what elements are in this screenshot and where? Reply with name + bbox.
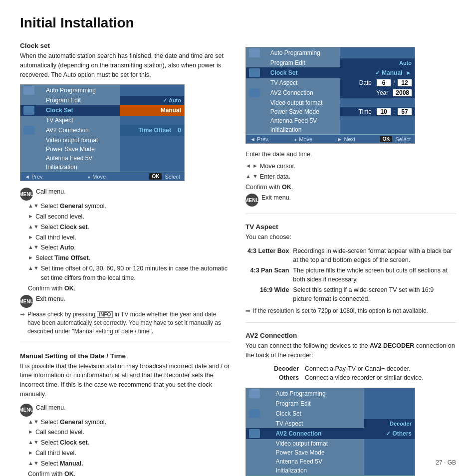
av2-label-others: Others [271,374,301,382]
menu-label-powersave: Power Save Mode [46,146,95,153]
menu-button[interactable]: MENU [20,188,33,201]
av2-menu-row-tvaspect: TV Aspect Decoder [246,419,415,428]
av2-icon-av2 [249,429,260,438]
r-footer-move: ⬧ Move [294,136,312,142]
manual-step-menu-text: Call menu. [36,403,66,413]
av2-menu-label-videoout: Video output format [276,440,328,447]
r-menu-label-clockset: Clock Set [270,69,298,76]
step-exit-text: Exit menu. [36,294,65,304]
menu-row-powersave: Power Save Mode [20,145,184,154]
datetime-menu-box: Auto Programming Program Edit Auto Clock… [245,47,415,144]
av2-menu-row-autoprog: Auto Programming [246,388,415,399]
time-label: Time [359,108,375,115]
arrow-ud3-icon: ▲▼ [28,243,39,251]
menu-footer: ◄ Prev. ⬧ Move OK Select [20,172,184,181]
r-year-cell: Year 2008 [340,87,415,98]
date-label: Date [359,79,375,86]
manual-setting-body: It is possible that the television stati… [20,362,231,399]
menu-label-av2: AV2 Connection [46,127,89,134]
r-menu-row-powersave: Power Save Mode Time 10 : 57 [246,107,415,116]
r-exit-text: Exit menu. [261,193,291,203]
clock-set-body: When the automatic station search has fi… [20,51,231,79]
manual-step-menu: MENU Call menu. [20,403,231,417]
step-confirm-ok: Confirm with OK. [20,285,231,292]
year-label: Year [376,89,392,96]
manual-arrow-ud: ▲▼ [28,418,39,426]
menu-icon-autoprog [23,86,34,95]
av2-menu-label-autoprog: Auto Programming [276,390,326,397]
step-call-third-text: Call third level. [35,233,76,242]
av2-label-decoder: Decoder [271,365,301,373]
manual-step-third-text: Call third level. [35,449,76,458]
aspect-desc-wide: Select this setting if a wide-screen TV … [291,285,456,304]
menu-row-clockset: Clock Set Manual [20,105,184,116]
tv-aspect-table: 4:3 Letter Box Recordings in wide-screen… [245,246,456,304]
av2-menu-box: Auto Programming Program Edit Clock Set … [245,388,415,476]
r-confirm-line: Confirm with OK. [245,184,456,191]
aspect-desc-letterbox: Recordings in wide-screen format appear … [291,246,456,265]
manual-arrow-ud2: ▲▼ [28,438,39,447]
r-menu-icon-av2 [249,88,260,97]
r-time-cell: Time 10 : 57 [340,107,415,116]
r-menu-button[interactable]: MENU [245,194,258,207]
note-arrow-icon: ➡ [20,310,25,319]
manual-setting-instructions: MENU Call menu. ▲▼ Select General symbol… [20,403,231,476]
step-select-clockset-text: Select Clock set. [41,223,89,232]
menu-button-exit[interactable]: MENU [20,295,33,308]
av2-desc-others: Connect a video recorder or similar devi… [302,374,426,382]
ud-arrow-icon: ▲ ▼ [245,172,258,181]
av2-menu-row-av2: AV2 Connection ✓ Others [246,428,415,439]
av2-menu-label-clockset: Clock Set [276,410,301,417]
manual-step-second: ► Call second level. [20,428,231,437]
aspect-row-wide: 16:9 Wide Select this setting if a wide-… [245,285,456,304]
aspect-label-panscan: 4:3 Pan Scan [245,265,291,285]
av2-row-decoder: Decoder Connect a Pay-TV or Canal+ decod… [271,365,426,373]
av2-menu-label-powersave: Power Save Mode [276,449,325,456]
r-menu-row-init: Initialization [246,125,415,134]
menu-val-auto: ✓ Auto [120,96,184,105]
menu-icon-av2 [23,126,34,135]
aspect-row-panscan: 4:3 Pan Scan The picture fills the whole… [245,265,456,285]
manual-step-second-text: Call second level. [35,428,84,437]
menu-label-clockset: Clock Set [46,107,73,114]
step-select-offset-text: Select Time Offset. [35,253,90,263]
manual-step-general-text: Select General symbol. [41,418,106,427]
time-val2: 57 [398,108,412,115]
arrow-right2-icon: ► [28,233,33,241]
av2-menu-row-powersave: Power Save Mode [246,448,415,457]
manual-menu-button[interactable]: MENU [20,404,33,417]
av2-menu-row-antenna: Antenna Feed 5V [246,457,415,466]
menu-label-progedit: Program Edit [46,97,81,104]
r-menu-label-av2: AV2 Connection [270,89,313,96]
tv-aspect-intro: You can choose: [245,233,456,242]
move-cursor-text: Move cursor. [260,162,296,171]
aspect-label-letterbox: 4:3 Letter Box [245,246,291,265]
av2-intro: You can connect the following devices to… [245,341,456,360]
av2-row-others: Others Connect a video recorder or simil… [271,374,426,382]
menu-row-tvaspect: TV Aspect [20,116,184,125]
tv-aspect-heading: TV Aspect [245,223,456,231]
r-menu-row-videoout: Video output format [246,98,415,107]
manual-step-manual-text: Select Manual. [41,459,83,469]
av2-menu-label-init: Initialization [276,467,307,474]
manual-setting-heading: Manual Setting of the Date / Time [20,352,231,360]
av2-menu-row-init: Initialization [246,466,415,475]
step-select-auto-text: Select Auto. [41,243,76,252]
av2-menu-label-av2: AV2 Connection [276,430,322,437]
r-menu-val-manual: ✓ Manual ► [340,67,415,78]
move-cursor-line: ◄ ► Move cursor. [245,162,456,171]
r-footer-next: ► Next [337,136,356,142]
manual-arrow-ud3: ▲▼ [28,459,39,468]
r-menu-icon-autoprog [249,48,260,57]
step-set-time: ▲▼ Set time offset of 0, 30, 60, 90 or 1… [20,264,231,283]
aspect-row-letterbox: 4:3 Letter Box Recordings in wide-screen… [245,246,456,265]
r-exit-menu-line: MENU Exit menu. [245,193,456,207]
menu-row-progedit: Program Edit ✓ Auto [20,96,184,105]
footer-prev: ◄ Prev. [24,173,44,180]
step-select-general: ▲▼ Select General symbol. [20,202,231,211]
r-menu-row-tvaspect: TV Aspect Date 6 / 12 [246,78,415,87]
av2-icon-autoprog [249,389,260,398]
r-date-cell: Date 6 / 12 [340,78,415,87]
r-menu-row-clockset: Clock Set ✓ Manual ► [246,67,415,78]
menu-row-init: Initialization [20,163,184,172]
